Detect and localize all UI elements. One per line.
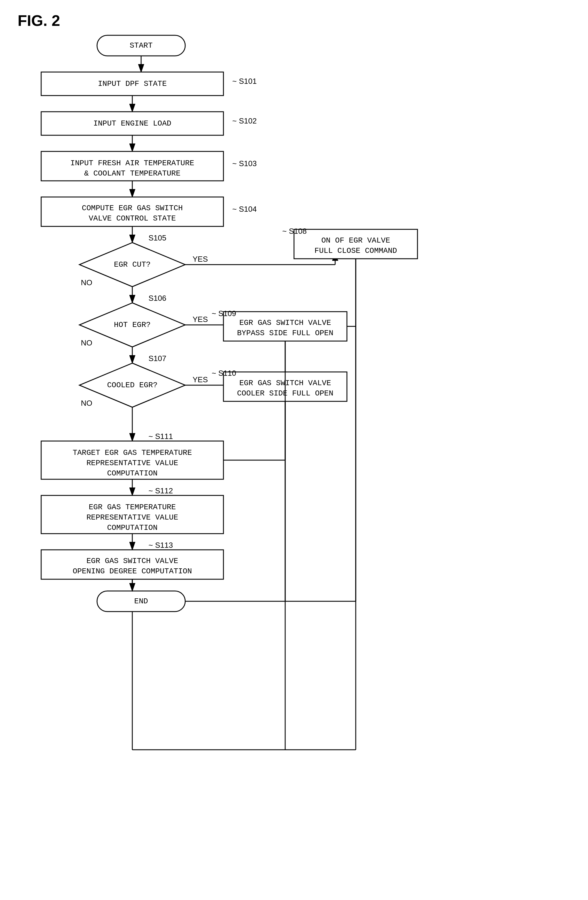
s108-step: ~ S108 [282,227,307,236]
s112-step: ~ S112 [149,486,173,495]
s107-step: S107 [149,354,166,363]
s101-label: INPUT DPF STATE [98,79,167,88]
s104-step: ~ S104 [232,205,257,213]
s106-label: HOT EGR? [114,321,151,329]
page-title: FIG. 2 [18,12,60,29]
s113-label-line1: EGR GAS SWITCH VALVE [87,557,178,565]
s107-label: COOLED EGR? [107,381,158,389]
s113-label-line2: OPENING DEGREE COMPUTATION [73,567,192,576]
s108-label-line2: FULL CLOSE COMMAND [315,247,397,255]
s112-label-line2: REPRESENTATIVE VALUE [87,513,178,522]
s112-label-line3: COMPUTATION [107,523,158,532]
s103-label-line1: INPUT FRESH AIR TEMPERATURE [70,159,194,168]
flowchart-container: START INPUT DPF STATE ~ S101 INPUT ENGIN… [18,29,570,895]
s111-label-line2: REPRESENTATIVE VALUE [87,459,178,467]
s112-label-line1: EGR GAS TEMPERATURE [89,503,176,512]
s109-label-line2: BYPASS SIDE FULL OPEN [237,329,334,338]
start-label: START [130,41,153,50]
s105-label: EGR CUT? [114,260,151,269]
s113-step: ~ S113 [149,541,173,549]
end-label: END [134,597,148,606]
s110-step: ~ S110 [212,369,236,377]
s105-step: S105 [149,233,166,242]
s106-step: S106 [149,294,166,303]
s111-label-line1: TARGET EGR GAS TEMPERATURE [73,448,192,457]
s105-yes-label: YES [192,254,208,264]
s103-label-line2: & COOLANT TEMPERATURE [84,169,180,178]
s111-label-line3: COMPUTATION [107,469,158,478]
s101-step: ~ S101 [232,77,257,85]
s108-label-line1: ON OF EGR VALVE [321,236,390,245]
s102-label: INPUT ENGINE LOAD [93,119,171,128]
s107-yes-label: YES [192,375,208,384]
s104-label-line2: VALVE CONTROL STATE [89,214,176,223]
flowchart-svg: START INPUT DPF STATE ~ S101 INPUT ENGIN… [18,29,570,894]
s106-no-label: NO [81,338,92,347]
s111-step: ~ S111 [149,432,173,441]
s104-label-line1: COMPUTE EGR GAS SWITCH [82,204,183,213]
s107-no-label: NO [81,399,92,408]
s105-no-label: NO [81,278,92,287]
s102-step: ~ S102 [232,116,257,125]
s106-yes-label: YES [192,315,208,324]
s103-step: ~ S103 [232,159,257,168]
s109-step: ~ S109 [212,309,236,318]
s109-label-line1: EGR GAS SWITCH VALVE [239,318,331,327]
